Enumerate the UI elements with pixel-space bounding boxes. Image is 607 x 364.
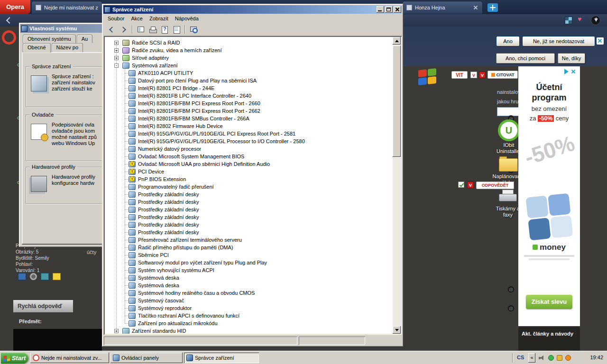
browser-tab-1[interactable]: Nejde mi nainstalovat zvu bbox=[31, 1, 102, 14]
taskbar-button[interactable]: Správce zařízení bbox=[184, 353, 259, 363]
desktop-icon-scheduled-tasks[interactable] bbox=[499, 158, 518, 172]
help-button[interactable] bbox=[159, 24, 170, 35]
tree-item[interactable]: ATK0110 ACPI UTILITY bbox=[105, 69, 393, 77]
menu-item[interactable]: Nápověda bbox=[172, 15, 202, 22]
start-button[interactable]: Start bbox=[1, 353, 28, 364]
tree-item[interactable]: Sběrnice PCI bbox=[105, 251, 393, 259]
tree-item[interactable]: Systémová deska bbox=[105, 274, 393, 282]
scan-button[interactable] bbox=[188, 24, 199, 35]
tree-item[interactable]: +Zařízení standardu HID bbox=[105, 327, 393, 334]
tree-item[interactable]: Systém vyhovující systému ACPI bbox=[105, 266, 393, 274]
expand-toggle[interactable]: + bbox=[114, 56, 119, 60]
no-dont-ask-button[interactable]: Ne, již se nedotazovat bbox=[522, 36, 595, 46]
reply-input-area[interactable] bbox=[13, 329, 102, 351]
tab-close-icon[interactable] bbox=[473, 5, 478, 10]
checkbox-checked[interactable] bbox=[458, 182, 464, 188]
tree-item[interactable]: Intel(R) 82802 Firmware Hub Device bbox=[105, 122, 393, 130]
tree-item[interactable]: Přesměrovač zařízení terminálového serve… bbox=[105, 236, 393, 244]
opera-tray-icon[interactable] bbox=[565, 355, 571, 361]
props-button[interactable] bbox=[171, 24, 182, 35]
ad-cta-button[interactable]: Získat slevu bbox=[526, 295, 572, 309]
back-button[interactable] bbox=[106, 24, 118, 35]
card-icon[interactable] bbox=[41, 273, 49, 280]
volume-icon[interactable] bbox=[539, 355, 545, 361]
print-button[interactable] bbox=[147, 24, 158, 35]
desktop-icon-iobit[interactable]: U bbox=[498, 119, 520, 141]
tree-item[interactable]: Intel(R) 82801FB LPC Interface Controlle… bbox=[105, 92, 393, 100]
edit-button-fragment[interactable]: VIT bbox=[451, 71, 468, 79]
tree-item[interactable]: Datový port pro čtení Plug and Play na s… bbox=[105, 77, 393, 84]
expand-toggle[interactable]: + bbox=[114, 48, 119, 53]
taskbar-button[interactable]: Ovládací panely bbox=[110, 353, 183, 363]
back-icon[interactable] bbox=[6, 17, 11, 23]
speeddial-grid-icon[interactable] bbox=[565, 17, 572, 24]
tree-item[interactable]: +Řadiče zvuku, videa a herních zařízení bbox=[105, 46, 393, 54]
articles-bar[interactable]: Akt. články a návody bbox=[518, 327, 580, 351]
menu-item[interactable]: Akce bbox=[128, 15, 146, 22]
no-thanks-button[interactable]: Ne, díky bbox=[558, 53, 585, 64]
tree-item[interactable]: Prostředky základní desky bbox=[105, 213, 393, 221]
new-tab-button[interactable] bbox=[487, 3, 498, 12]
tree-item[interactable]: Řadič přímého přístupu do paměti (DMA) bbox=[105, 244, 393, 251]
tree-item[interactable]: Intel(R) 82801FB/FBM PCI Express Root Po… bbox=[105, 107, 393, 115]
antivirus-icon[interactable] bbox=[548, 355, 554, 361]
tree-item[interactable]: Prostředky základní desky bbox=[105, 228, 393, 236]
console-button[interactable] bbox=[135, 24, 147, 35]
tree-item[interactable]: Prostředky základní desky bbox=[105, 198, 393, 206]
tree-item[interactable]: !PnP BIOS Extension bbox=[105, 175, 393, 183]
expand-toggle[interactable]: + bbox=[114, 329, 119, 333]
tree-item[interactable]: Systémová deska bbox=[105, 282, 393, 289]
close-button[interactable] bbox=[394, 6, 401, 13]
tree-item[interactable]: Programovatelný řadič přerušení bbox=[105, 183, 393, 191]
tree-item[interactable]: Systémové hodiny reálného času a obvodu … bbox=[105, 289, 393, 297]
tree-item[interactable]: +Síťové adaptéry bbox=[105, 54, 393, 62]
tree-item[interactable]: Tlačítko rozhraní APCI s definovanou fun… bbox=[105, 312, 393, 319]
report-flag-icon[interactable]: V bbox=[467, 182, 474, 188]
tree-item[interactable]: Intel(R) 82801 PCI Bridge - 244E bbox=[105, 84, 393, 92]
maximize-button[interactable] bbox=[385, 6, 393, 13]
tab-general[interactable]: Obecné bbox=[23, 43, 51, 53]
device-manager-titlebar[interactable]: Správce zařízení bbox=[103, 5, 402, 14]
profile-icon[interactable] bbox=[18, 273, 26, 280]
scroll-up-button[interactable] bbox=[393, 37, 401, 45]
tree-item[interactable]: Intel(R) 82801FB/FBM SMBus Controller - … bbox=[105, 115, 393, 122]
language-indicator[interactable]: CS bbox=[517, 355, 524, 360]
menu-item[interactable]: Zobrazit bbox=[146, 15, 172, 22]
clock[interactable]: 19:42 bbox=[590, 355, 603, 360]
tree-item[interactable]: Intel(R) 82801FB/FBM PCI Express Root Po… bbox=[105, 100, 393, 107]
tree-item[interactable]: Numerický datový procesor bbox=[105, 145, 393, 153]
yes-button[interactable]: Ano bbox=[496, 36, 520, 46]
vertical-scrollbar[interactable] bbox=[393, 37, 401, 334]
tree-item[interactable]: Ovladač Microsoft System Management BIOS bbox=[105, 153, 393, 160]
tree-item[interactable]: -Systémová zařízení bbox=[105, 62, 393, 69]
tree-item[interactable]: !PCI Device bbox=[105, 168, 393, 175]
tree-item[interactable]: !Ovladač Microsoft UAA pro sběrnici High… bbox=[105, 160, 393, 168]
tree-item[interactable]: Zařízení pro aktualizaci mikrokódu bbox=[105, 319, 393, 327]
desktop-icon-printers[interactable] bbox=[498, 190, 518, 204]
tree-item[interactable]: Softwarový modul pro výčet zařízení typu… bbox=[105, 259, 393, 266]
yes-help-button[interactable]: Ano, chci pomoci bbox=[496, 53, 555, 64]
shield-icon[interactable] bbox=[557, 355, 562, 361]
expand-toggle[interactable]: + bbox=[114, 41, 119, 45]
menu-item[interactable]: Soubor bbox=[104, 15, 128, 22]
tree-item[interactable]: Systémový časovač bbox=[105, 297, 393, 304]
taskbar-button[interactable]: Nejde mi nainstalovat zv... bbox=[30, 353, 109, 363]
browser-tab-2[interactable]: Honza Hejna bbox=[402, 1, 483, 14]
heart-icon[interactable] bbox=[578, 15, 585, 23]
tray-chevron-button[interactable]: « bbox=[528, 353, 535, 363]
scroll-down-button[interactable] bbox=[393, 326, 401, 334]
report-flag-icon[interactable]: V bbox=[470, 72, 477, 78]
tree-item[interactable]: Systémový reproduktor bbox=[105, 304, 393, 312]
tree-item[interactable]: Intel(R) 915G/P/GV/GL/PL/910GE/GL PCI Ex… bbox=[105, 130, 393, 137]
minimize-button[interactable] bbox=[377, 6, 384, 13]
tree-item[interactable]: Prostředky základní desky bbox=[105, 206, 393, 213]
cite-button[interactable]: CITOVAT bbox=[487, 71, 518, 79]
tree-item[interactable]: +Řadiče SCSI a RAID bbox=[105, 39, 393, 46]
opera-menu-button[interactable]: Opera bbox=[0, 0, 30, 14]
tree-item[interactable]: Prostředky základní desky bbox=[105, 221, 393, 228]
expand-toggle[interactable]: - bbox=[114, 64, 119, 68]
forward-button[interactable] bbox=[118, 24, 129, 35]
ad-close-icon[interactable] bbox=[570, 69, 576, 74]
scroll-thumb[interactable] bbox=[393, 46, 401, 157]
download-icon[interactable] bbox=[591, 16, 600, 25]
